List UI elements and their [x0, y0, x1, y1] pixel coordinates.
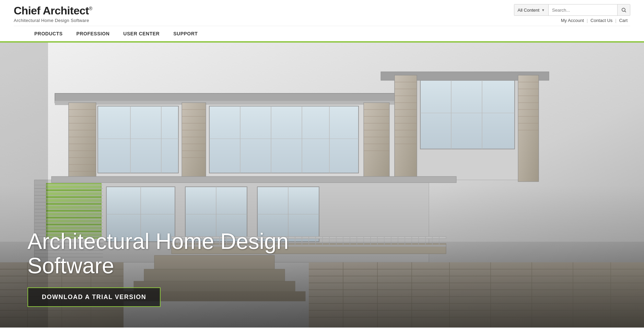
svg-rect-60: [209, 106, 359, 173]
svg-line-1: [625, 11, 626, 12]
header-top-bar: Chief Architect® Architectural Home Desi…: [14, 4, 630, 26]
search-input[interactable]: [549, 4, 617, 15]
brand-tagline: Architectural Home Design Software: [14, 18, 92, 23]
header-right-section: All Content ▼ My Account | Contact Us | …: [514, 4, 631, 23]
hero-heading: Architectural Home Design Software: [27, 229, 336, 278]
nav-item-support[interactable]: SUPPORT: [166, 26, 204, 41]
svg-rect-17: [182, 103, 206, 182]
main-nav: PRODUCTS PROFESSION USER CENTER SUPPORT: [14, 26, 630, 41]
search-button[interactable]: [617, 4, 630, 15]
brand-registered: ®: [89, 6, 92, 11]
download-trial-button[interactable]: DOWNLOAD A TRIAL VERSION: [27, 287, 161, 307]
brand-name: Chief Architect®: [14, 4, 92, 17]
svg-rect-56: [98, 106, 178, 173]
svg-rect-47: [518, 75, 539, 182]
svg-rect-6: [69, 103, 96, 182]
svg-rect-26: [364, 103, 389, 182]
svg-rect-66: [420, 80, 515, 149]
site-header: Chief Architect® Architectural Home Desi…: [0, 0, 644, 41]
svg-rect-110: [51, 176, 456, 183]
search-filter-dropdown[interactable]: All Content ▼: [514, 4, 549, 15]
contact-us-link[interactable]: Contact Us: [588, 18, 615, 23]
search-icon: [621, 7, 627, 13]
my-account-link[interactable]: My Account: [558, 18, 587, 23]
cart-link[interactable]: Cart: [616, 18, 630, 23]
search-bar: All Content ▼: [514, 4, 631, 16]
chevron-down-icon: ▼: [541, 8, 545, 12]
nav-item-products[interactable]: PRODUCTS: [27, 26, 70, 41]
svg-rect-36: [395, 75, 417, 182]
hero-section: Architectural Home Design Software DOWNL…: [0, 43, 644, 328]
hero-content-block: Architectural Home Design Software DOWNL…: [27, 229, 336, 307]
header-utility-links: My Account | Contact Us | Cart: [558, 18, 630, 23]
search-filter-label: All Content: [518, 8, 540, 13]
nav-item-user-center[interactable]: USER CENTER: [116, 26, 166, 41]
logo-area: Chief Architect® Architectural Home Desi…: [14, 4, 92, 23]
nav-item-profession[interactable]: PROFESSION: [70, 26, 117, 41]
